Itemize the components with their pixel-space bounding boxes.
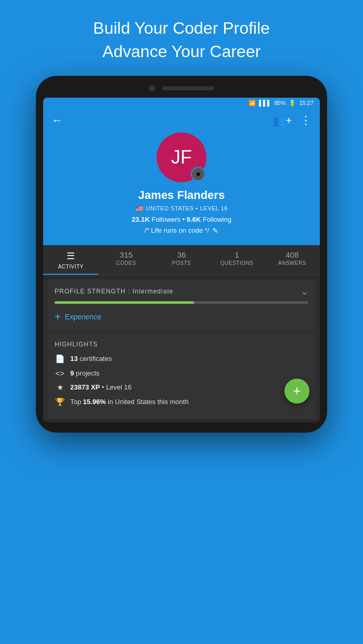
tagline-line2: Advance Your Career: [102, 42, 261, 61]
speaker-grille: [162, 86, 214, 90]
star-icon: ★: [195, 170, 202, 178]
back-button[interactable]: ←: [51, 114, 63, 127]
phone-top-bar: [43, 85, 320, 98]
highlight-rank: 🏆 Top 15.96% in United States this month: [55, 397, 308, 407]
header-actions: ← 👥+ ⋮: [51, 114, 312, 127]
header-right-icons: 👥+ ⋮: [273, 114, 312, 127]
rank-text: Top 15.96% in United States this month: [70, 398, 189, 406]
progress-bar-bg: [55, 301, 308, 304]
progress-bar-fill: [55, 301, 194, 304]
clock: 15:27: [299, 100, 314, 106]
phone-screen: 📶 ▌▌▌ 85% 🔋 15:27 ← 👥+ ⋮ JF ★: [43, 98, 320, 422]
certificate-icon: 📄: [55, 354, 65, 364]
highlight-xp: ★ 23873 XP • Level 16: [55, 383, 308, 392]
answers-tab-label: ANSWERS: [278, 260, 306, 266]
camera-dot: [149, 85, 155, 91]
certificates-text: 13 certificates: [70, 355, 112, 363]
followers-label: Followers •: [151, 216, 186, 223]
tab-activity[interactable]: ☰ ACTIVITY: [43, 245, 98, 275]
strength-title: PROFILE STRENGTH : Intermediate: [55, 288, 173, 295]
user-level: LEVEL 16: [200, 205, 228, 211]
wifi-icon: 📶: [249, 100, 256, 106]
codes-count: 315: [120, 250, 133, 259]
chevron-down-icon[interactable]: ⌄: [301, 286, 308, 297]
fab-icon: +: [293, 383, 301, 399]
codes-tab-label: CODES: [116, 260, 136, 266]
trophy-icon: 🏆: [55, 397, 65, 407]
user-bio: /* Life runs on code */ ✎: [145, 226, 218, 235]
fab-button[interactable]: +: [284, 379, 309, 404]
profile-header: ← 👥+ ⋮ JF ★ James Flanders 🇺🇸 UNITED STA…: [43, 109, 320, 245]
activity-tab-icon: ☰: [67, 250, 75, 262]
edit-bio-icon[interactable]: ✎: [212, 226, 218, 235]
more-options-icon[interactable]: ⋮: [300, 114, 312, 127]
profile-strength-card: PROFILE STRENGTH : Intermediate ⌄ + Expe…: [47, 279, 316, 330]
tagline-line1: Build Your Coder Profile: [93, 19, 270, 37]
user-meta: 🇺🇸 UNITED STATES • LEVEL 16: [135, 205, 228, 212]
tab-posts[interactable]: 36 POSTS: [154, 245, 209, 275]
highlights-card: HIGHLIGHTS 📄 13 certificates <> 9 projec…: [47, 333, 316, 419]
highlights-title: HIGHLIGHTS: [55, 341, 308, 348]
user-name: James Flanders: [138, 189, 225, 202]
tab-codes[interactable]: 315 CODES: [98, 245, 153, 275]
highlight-projects: <> 9 projects: [55, 369, 308, 378]
following-count: 9.6K: [187, 216, 201, 223]
tab-answers[interactable]: 408 ANSWERS: [265, 245, 320, 275]
answers-count: 408: [286, 250, 299, 259]
status-bar: 📶 ▌▌▌ 85% 🔋 15:27: [43, 98, 320, 109]
add-experience-button[interactable]: + Experience: [55, 309, 308, 325]
highlight-certificates: 📄 13 certificates: [55, 354, 308, 364]
projects-text: 9 projects: [70, 369, 99, 377]
avatar-container: JF ★: [157, 132, 206, 182]
strength-header: PROFILE STRENGTH : Intermediate ⌄: [55, 286, 308, 297]
flag-icon: 🇺🇸: [135, 205, 144, 212]
battery-level: 85%: [274, 100, 286, 106]
posts-tab-label: POSTS: [172, 260, 191, 266]
questions-tab-label: QUESTIONS: [221, 260, 253, 266]
xp-icon: ★: [55, 383, 65, 392]
following-label: Following: [203, 216, 231, 223]
user-stats: 23.1K Followers • 9.6K Following: [132, 216, 231, 223]
posts-count: 36: [177, 250, 186, 259]
avatar-initials: JF: [171, 146, 192, 168]
tab-questions[interactable]: 1 QUESTIONS: [209, 245, 264, 275]
battery-icon: 🔋: [289, 100, 296, 106]
add-experience-label: Experience: [65, 313, 101, 321]
followers-count: 23.1K: [132, 216, 150, 223]
signal-icon: ▌▌▌: [259, 100, 271, 106]
phone-shell: 📶 ▌▌▌ 85% 🔋 15:27 ← 👥+ ⋮ JF ★: [36, 76, 327, 433]
add-friend-icon[interactable]: 👥+: [273, 114, 292, 127]
tabs-bar: ☰ ACTIVITY 315 CODES 36 POSTS 1 QUESTION…: [43, 245, 320, 275]
xp-text: 23873 XP • Level 16: [70, 383, 132, 391]
main-content: PROFILE STRENGTH : Intermediate ⌄ + Expe…: [43, 279, 320, 419]
user-country: UNITED STATES: [146, 205, 194, 211]
projects-icon: <>: [55, 369, 65, 378]
questions-count: 1: [235, 250, 239, 259]
tagline: Build Your Coder Profile Advance Your Ca…: [72, 0, 291, 76]
bio-text: /* Life runs on code */: [145, 226, 209, 234]
star-badge: ★: [191, 167, 205, 181]
plus-icon: +: [55, 311, 61, 323]
separator: •: [196, 205, 198, 211]
activity-tab-label: ACTIVITY: [58, 264, 84, 270]
